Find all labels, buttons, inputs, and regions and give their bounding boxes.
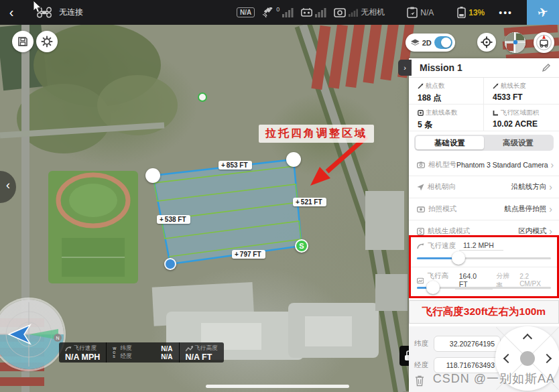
chevron-right-icon: › <box>551 159 554 170</box>
compass-icon <box>535 34 553 52</box>
speed-slider[interactable] <box>417 257 551 259</box>
altitude-slider-knob[interactable] <box>426 281 440 294</box>
mission-title: Mission 1 <box>420 62 542 73</box>
edit-pencil-icon[interactable] <box>542 63 551 72</box>
tab-advanced-settings[interactable]: 高级设置 <box>484 136 552 149</box>
altitude-note-annotation: 飞行高度320ft左右为100m <box>409 300 559 324</box>
dpad-center-button[interactable] <box>520 351 535 366</box>
telemetry-lat-value: N/A <box>161 345 172 352</box>
edge-length-left[interactable]: +538 FT <box>157 215 190 224</box>
csdn-watermark: CSDN @一别如斯AA <box>433 371 555 387</box>
signal-bars-icon <box>349 9 358 17</box>
camera-status-icon <box>334 8 346 17</box>
telemetry-lng-label: 经度 <box>121 352 132 361</box>
edge-length-bottom[interactable]: +797 FT <box>232 250 265 259</box>
stat-waypoints: 航点数 188 点 <box>409 78 484 105</box>
setting-camera-model[interactable]: 相机型号 Phantom 3 Standard Camera › <box>409 154 559 176</box>
heading-send-icon <box>417 184 424 191</box>
flight-speed-icon <box>417 243 424 249</box>
toggle-knob <box>441 38 451 48</box>
camera-icon <box>417 161 425 168</box>
battery-percent: 13% <box>469 8 485 17</box>
minimap-button[interactable] <box>505 32 525 53</box>
photo-mode-icon <box>417 206 425 212</box>
start-point-handle[interactable]: S <box>295 239 308 253</box>
telemetry-lat-label: 纬度 <box>121 344 132 352</box>
drag-plus-icon: + <box>235 251 239 258</box>
route-mode-icon <box>417 228 424 235</box>
edge-length-right[interactable]: +521 FT <box>293 198 326 206</box>
drag-hint-annotation: 拉托四角调整区域 <box>259 125 374 143</box>
flight-altitude-icon <box>417 277 424 284</box>
speed-slider-knob[interactable] <box>452 251 465 265</box>
more-menu-button[interactable]: ••• <box>492 7 519 18</box>
map-mode-label: 2D <box>422 39 432 47</box>
layers-icon <box>411 39 420 47</box>
takeoff-button[interactable]: ✈ <box>527 0 559 25</box>
save-mission-button[interactable] <box>12 31 34 52</box>
stat-main-lines: 主航线条数 5 条 <box>409 105 484 131</box>
edge-length-top[interactable]: +853 FT <box>219 161 252 170</box>
sports-field <box>48 171 138 283</box>
gear-icon <box>41 36 53 48</box>
chevron-right-icon: › <box>549 182 552 192</box>
flight-params-highlight-box: 飞行速度 11.2 MPH 飞行高度 164.0 FT 分辨率 2.2 CM/P… <box>409 235 559 298</box>
connection-status: 无连接 <box>59 7 83 18</box>
lng-label: 经度 <box>414 361 430 370</box>
gray-building-right2 <box>375 274 408 311</box>
setting-photo-mode[interactable]: 拍照模式 航点悬停拍照 › <box>409 198 559 220</box>
lat-input[interactable]: 32.202764195 <box>434 336 501 352</box>
telemetry-speed: 飞行速度 N/A MPH <box>59 342 107 363</box>
corner-handle-topleft[interactable] <box>145 168 160 183</box>
compass-n-label: N <box>56 336 59 340</box>
drag-plus-icon: + <box>160 216 164 223</box>
dpad-up-button[interactable] <box>523 334 532 343</box>
back-button[interactable]: ‹ <box>0 0 23 25</box>
telemetry-speed-value: N/A MPH <box>65 352 100 362</box>
mission-panel: › Mission 1 航点数 188 点 航线长度 4533 FT 主航线条数… <box>409 58 559 392</box>
camera-status: 无相机 <box>361 7 385 18</box>
signal-bars-icon <box>315 8 326 17</box>
crosshair-target-icon <box>481 36 493 48</box>
setting-camera-heading[interactable]: 相机朝向 沿航线方向 › <box>409 176 559 198</box>
telemetry-alt-value: N/A FT <box>186 352 218 362</box>
gps-count: 0 <box>276 6 280 13</box>
delete-mission-icon[interactable] <box>414 375 425 387</box>
telemetry-coords: WGS 纬度N/A 经度N/A <box>107 342 179 363</box>
lat-label: 纬度 <box>414 339 430 348</box>
area-ruler-icon <box>493 110 499 116</box>
settings-tabs: 基础设置 高级设置 <box>414 135 554 151</box>
locate-button[interactable] <box>477 33 496 52</box>
airplane-icon: ✈ <box>536 4 550 21</box>
minimap-thumbnail <box>505 32 525 53</box>
map-marker[interactable] <box>198 92 207 102</box>
compass-button[interactable] <box>534 32 554 53</box>
altitude-icon <box>186 346 193 352</box>
chevron-left-icon: ‹ <box>6 178 10 192</box>
tab-basic-settings[interactable]: 基础设置 <box>416 136 484 149</box>
panel-collapse-tab[interactable]: › <box>398 60 412 76</box>
2d-toggle[interactable] <box>434 36 452 49</box>
mouse-cursor <box>33 1 42 13</box>
chevron-right-icon: › <box>549 204 552 214</box>
signal-bars-icon <box>282 8 294 17</box>
checklist-icon <box>407 7 418 18</box>
corner-handle-bottomleft[interactable] <box>164 258 176 270</box>
map-mode-pill: 2D <box>406 34 455 52</box>
dpad-right-button[interactable] <box>542 354 552 363</box>
remote-controller-icon <box>301 8 312 17</box>
drag-plus-icon: + <box>221 161 225 169</box>
dpad-left-button[interactable] <box>503 354 513 363</box>
main-lines-icon <box>418 110 424 116</box>
settings-button[interactable] <box>36 31 58 52</box>
wgs-label: WGS <box>113 346 116 358</box>
corner-handle-topright[interactable] <box>286 152 301 167</box>
mission-stats: 航点数 188 点 航线长度 4533 FT 主航线条数 5 条 飞行区域面积 … <box>409 78 559 131</box>
waypoint-icon <box>418 83 424 89</box>
home-indicator <box>206 385 349 388</box>
mission-header: Mission 1 <box>409 58 559 78</box>
battery-icon <box>457 7 466 18</box>
altitude-slider[interactable] <box>417 287 551 289</box>
stat-area: 飞行区域面积 10.02 ACRE <box>484 105 559 131</box>
speed-slider-row: 飞行速度 11.2 MPH <box>411 237 557 267</box>
